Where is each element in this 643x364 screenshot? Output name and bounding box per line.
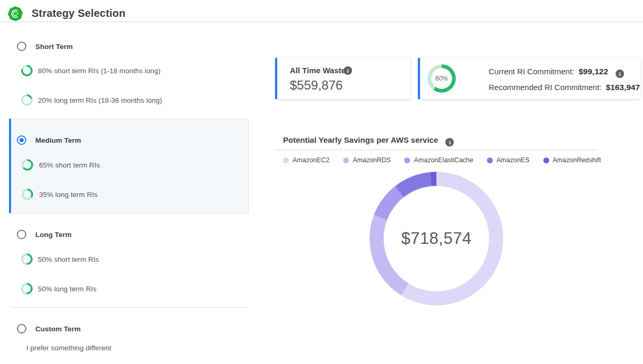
section-divider xyxy=(11,307,248,308)
long-term-option-1: 50% short term RIs xyxy=(38,255,99,263)
custom-term-label: Custom Term xyxy=(35,325,81,333)
medium-term-option-2: 35% long term RIs xyxy=(39,191,98,199)
mini-donut-50pct-icon xyxy=(21,283,33,294)
custom-term-caption: I prefer something different xyxy=(26,344,111,352)
long-term-label: Long Term xyxy=(35,231,72,239)
recommended-ri-commitment-row: Recommended RI Commitment: $163,947 i xyxy=(489,83,643,94)
legend-label: AmazonElastiCache xyxy=(414,156,473,164)
mini-donut-35pct-icon xyxy=(22,189,33,200)
radio-medium-term[interactable] xyxy=(17,135,26,145)
short-term-option-1: 80% short term RIs (1-18 months long) xyxy=(38,67,161,75)
strategy-group-custom-term[interactable] xyxy=(9,307,249,364)
mini-donut-20pct-icon xyxy=(21,94,33,106)
legend-dot-icon xyxy=(404,158,410,163)
legend-item[interactable]: AmazonEC2 xyxy=(283,156,329,164)
ri-commitment-card: 60% Current RI Commitment: $99,122 i Rec… xyxy=(418,58,641,99)
radio-short-term[interactable] xyxy=(17,42,26,51)
all-time-waste-card: All Time Waste i $559,876 xyxy=(275,58,411,99)
info-icon[interactable]: i xyxy=(616,70,624,78)
current-ri-commitment-label: Current RI Commitment: xyxy=(489,67,574,76)
page-title: Strategy Selection xyxy=(32,7,125,19)
current-ri-commitment-row: Current RI Commitment: $99,122 i xyxy=(489,67,624,78)
strategy-selection-page: Strategy Selection Short Term 80% short … xyxy=(0,0,643,364)
mini-donut-50pct-icon xyxy=(21,253,33,265)
current-ri-commitment-value: $99,122 xyxy=(579,67,608,76)
legend-label: AmazonEC2 xyxy=(293,156,329,164)
short-term-option-2: 20% long term RIs (18-36 months long) xyxy=(38,96,162,104)
short-term-label: Short Term xyxy=(35,43,73,51)
legend-item[interactable]: AmazonElastiCache xyxy=(404,156,473,164)
legend-item[interactable]: AmazonES xyxy=(487,156,530,164)
medium-term-option-1: 65% short term RIs xyxy=(39,161,100,169)
all-time-waste-label: All Time Waste xyxy=(290,66,346,75)
recommended-ri-commitment-label: Recommended RI Commitment: xyxy=(489,83,601,92)
radio-custom-term[interactable] xyxy=(17,324,26,333)
legend-dot-icon xyxy=(543,158,549,163)
all-time-waste-value: $559,876 xyxy=(290,78,343,93)
medium-term-label: Medium Term xyxy=(35,136,81,144)
long-term-option-2: 50% long term RIs xyxy=(38,285,96,293)
info-icon[interactable]: i xyxy=(445,138,454,146)
info-icon[interactable]: i xyxy=(344,66,352,75)
legend-label: AmazonRedshift xyxy=(553,156,601,164)
savings-chart-panel: Potential Yearly Savings per AWS service… xyxy=(275,132,597,363)
legend-label: AmazonES xyxy=(496,156,530,164)
chart-title-text: Potential Yearly Savings per AWS service xyxy=(283,135,438,144)
chart-legend: AmazonEC2AmazonRDSAmazonElastiCacheAmazo… xyxy=(283,156,601,164)
legend-item[interactable]: AmazonRDS xyxy=(343,156,391,164)
legend-item[interactable]: AmazonRedshift xyxy=(543,156,601,164)
header-divider xyxy=(0,22,643,22)
brand-logo-icon xyxy=(8,6,23,21)
coverage-gauge-label: 60% xyxy=(427,64,456,93)
recommended-ri-commitment-value: $163,947 xyxy=(606,83,640,92)
radio-long-term[interactable] xyxy=(17,230,26,239)
mini-donut-65pct-icon xyxy=(22,159,33,171)
legend-label: AmazonRDS xyxy=(353,156,391,164)
savings-total-value: $718,574 xyxy=(369,172,503,306)
legend-dot-icon xyxy=(343,158,349,163)
mini-donut-80pct-icon xyxy=(21,65,33,76)
chart-title: Potential Yearly Savings per AWS service… xyxy=(283,135,454,146)
chart-title-divider xyxy=(275,150,597,150)
legend-dot-icon xyxy=(283,158,289,163)
legend-dot-icon xyxy=(487,158,493,163)
